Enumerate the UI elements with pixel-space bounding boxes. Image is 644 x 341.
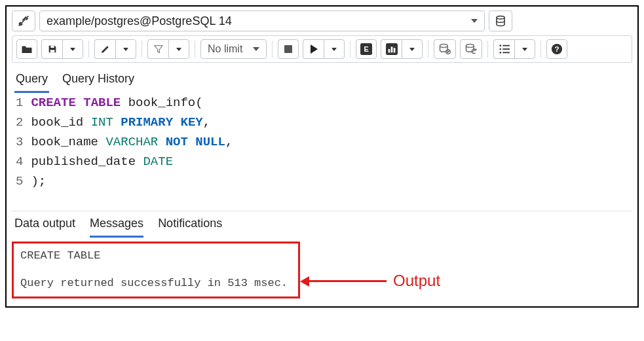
svg-line-0: [19, 16, 29, 26]
code-line: book_id INT PRIMARY KEY,: [31, 113, 233, 132]
app-window: example/postgres@PostgreSQL 14: [5, 5, 639, 308]
message-line: CREATE TABLE: [20, 249, 292, 262]
toolbar-separator: [142, 41, 142, 58]
execute-button[interactable]: [303, 39, 324, 59]
toolbar-separator: [428, 41, 428, 58]
explain-analyze-group: [381, 39, 423, 59]
limit-select[interactable]: No limit: [200, 39, 267, 59]
disconnect-icon-button[interactable]: [12, 10, 35, 31]
toolbar-separator: [195, 41, 195, 58]
line-number: 3: [16, 132, 23, 152]
toolbar-separator: [88, 41, 89, 58]
chevron-down-icon: [253, 47, 259, 51]
svg-point-11: [440, 45, 448, 48]
play-icon: [309, 44, 318, 54]
stop-button[interactable]: [278, 39, 299, 59]
chevron-down-icon: [522, 48, 527, 51]
connection-bar: example/postgres@PostgreSQL 14: [12, 10, 632, 31]
filter-button[interactable]: [147, 39, 168, 59]
folder-icon: [21, 44, 33, 54]
chevron-down-icon: [471, 19, 478, 23]
funnel-icon: [153, 44, 164, 54]
query-toolbar: No limit E: [12, 35, 632, 63]
editor-tabs: Query Query History: [12, 67, 632, 93]
svg-point-16: [499, 48, 501, 50]
svg-point-18: [499, 52, 501, 54]
save-icon: [47, 44, 58, 54]
message-line: Query returned successfully in 513 msec.: [20, 276, 292, 290]
save-button[interactable]: [41, 39, 62, 59]
sql-editor[interactable]: 1 2 3 4 5 CREATE TABLE book_info( book_i…: [12, 93, 632, 211]
limit-label: No limit: [208, 43, 242, 55]
execute-dropdown[interactable]: [324, 39, 345, 59]
svg-rect-4: [284, 45, 292, 53]
save-dropdown[interactable]: [62, 39, 83, 59]
chevron-down-icon: [70, 48, 75, 51]
edit-button[interactable]: [94, 39, 115, 59]
chevron-down-icon: [331, 48, 337, 51]
connection-dropdown[interactable]: example/postgres@PostgreSQL 14: [39, 10, 485, 31]
code-area[interactable]: CREATE TABLE book_info( book_id INT PRIM…: [31, 93, 233, 191]
line-gutter: 1 2 3 4 5: [12, 93, 31, 191]
annotation-label: Output: [393, 272, 440, 290]
line-number: 4: [16, 152, 23, 171]
edit-group: [94, 39, 136, 59]
line-number: 2: [16, 113, 23, 132]
svg-point-1: [497, 16, 504, 20]
rollback-button[interactable]: [460, 39, 482, 59]
svg-rect-19: [502, 52, 510, 53]
open-file-button[interactable]: [16, 39, 37, 59]
tab-notifications[interactable]: Notifications: [158, 215, 222, 238]
line-number: 5: [16, 171, 23, 191]
list-icon: [499, 44, 510, 54]
output-tabs: Data output Messages Notifications: [12, 211, 632, 238]
svg-rect-17: [502, 48, 510, 50]
connection-label: example/postgres@PostgreSQL 14: [47, 14, 232, 28]
toolbar-separator: [540, 41, 541, 58]
annotation: Output: [308, 272, 440, 290]
help-icon: ?: [551, 43, 563, 55]
svg-rect-8: [388, 49, 390, 52]
macros-dropdown[interactable]: [514, 39, 535, 59]
tab-messages[interactable]: Messages: [90, 215, 143, 238]
stop-icon: [284, 45, 293, 54]
help-button[interactable]: ?: [546, 39, 567, 59]
explain-button[interactable]: E: [356, 39, 377, 59]
svg-rect-2: [50, 46, 54, 48]
filter-group: [147, 39, 189, 59]
toolbar-separator: [350, 41, 350, 58]
tab-query-history[interactable]: Query History: [61, 71, 136, 93]
db-commit-icon: [438, 43, 451, 55]
explain-analyze-dropdown[interactable]: [402, 39, 423, 59]
code-line: );: [31, 171, 233, 191]
messages-output: CREATE TABLE Query returned successfully…: [12, 242, 300, 298]
svg-point-14: [499, 45, 501, 46]
chevron-down-icon: [176, 48, 181, 51]
bar-chart-icon: [386, 43, 398, 55]
code-line: published_date DATE: [31, 152, 233, 171]
database-button[interactable]: [489, 10, 512, 31]
tab-query[interactable]: Query: [14, 71, 49, 93]
tab-data-output[interactable]: Data output: [14, 215, 75, 238]
execute-group: [303, 39, 345, 59]
db-rollback-icon: [464, 43, 478, 55]
svg-rect-3: [50, 50, 54, 52]
explain-analyze-button[interactable]: [381, 39, 402, 59]
message-blank: [20, 262, 292, 276]
svg-rect-10: [394, 48, 396, 52]
commit-button[interactable]: [434, 39, 456, 59]
svg-rect-9: [390, 46, 392, 52]
toolbar-separator: [272, 41, 273, 58]
save-group: [41, 39, 83, 59]
svg-text:E: E: [364, 45, 369, 53]
database-icon: [495, 15, 506, 27]
svg-point-13: [466, 45, 474, 48]
plug-disconnect-icon: [17, 14, 30, 27]
arrow-left-icon: [308, 280, 387, 282]
edit-dropdown[interactable]: [115, 39, 136, 59]
line-number: 1: [16, 93, 23, 113]
code-line: CREATE TABLE book_info(: [31, 93, 233, 113]
filter-dropdown[interactable]: [168, 39, 189, 59]
macros-button[interactable]: [493, 39, 514, 59]
svg-text:?: ?: [555, 45, 559, 53]
